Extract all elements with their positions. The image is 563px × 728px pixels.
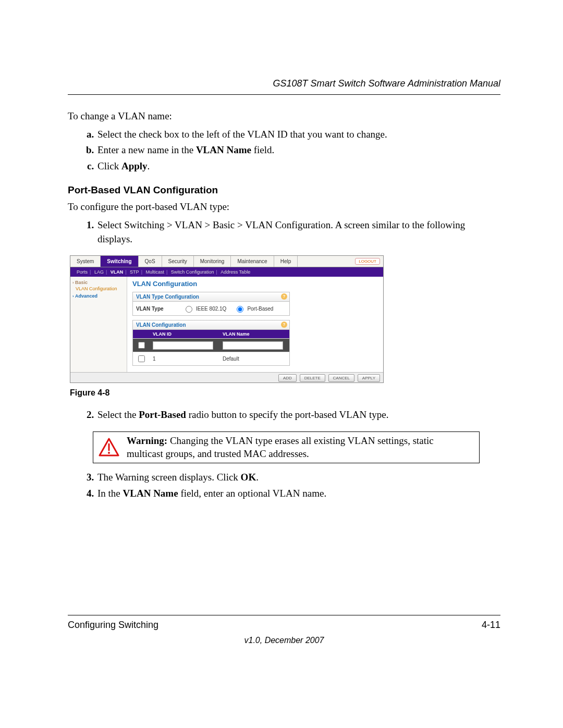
section-heading: Port-Based VLAN Configuration xyxy=(68,184,500,196)
step-2-bold: Port-Based xyxy=(139,409,186,420)
table-row: 1 Default xyxy=(133,352,289,366)
step-c-post: . xyxy=(148,161,150,171)
step-4-post: field, enter an optional VLAN name. xyxy=(178,488,327,499)
footer-left: Configuring Switching xyxy=(68,620,158,631)
add-button[interactable]: ADD xyxy=(278,374,297,382)
cell-vlan-name: Default xyxy=(219,352,289,366)
delete-button[interactable]: DELETE xyxy=(300,374,325,382)
vlan-type-panel-title: VLAN Type Configuration xyxy=(136,294,199,300)
lettered-steps: Select the check box to the left of the … xyxy=(68,128,500,174)
tab-system[interactable]: System xyxy=(70,256,101,267)
sidebar-item-vlan-config[interactable]: VLAN Configuration xyxy=(76,286,125,291)
vlan-config-panel-title: VLAN Configuration xyxy=(136,322,186,328)
warning-text: Warning: Changing the VLAN type erases a… xyxy=(127,434,434,461)
intro-text-1: To change a VLAN name: xyxy=(68,109,500,124)
tab-monitoring[interactable]: Monitoring xyxy=(194,256,231,267)
subtab-switch-config[interactable]: Switch Configuration xyxy=(171,269,214,275)
tab-maintenance[interactable]: Maintenance xyxy=(231,256,274,267)
numbered-steps-2: Select the Port-Based radio button to sp… xyxy=(68,408,500,422)
main-panel: VLAN Configuration VLAN Type Configurati… xyxy=(127,277,383,372)
step-1: Select Switching > VLAN > Basic > VLAN C… xyxy=(96,218,500,246)
step-3-pre: The Warning screen displays. Click xyxy=(97,472,241,483)
vlan-table: VLAN ID VLAN Name 1 Default xyxy=(133,330,289,365)
subtab-vlan[interactable]: VLAN xyxy=(111,269,124,275)
tab-qos[interactable]: QoS xyxy=(139,256,162,267)
tab-security[interactable]: Security xyxy=(162,256,194,267)
step-2-post: radio button to specify the port-based V… xyxy=(186,409,389,420)
apply-button[interactable]: APPLY xyxy=(358,374,380,382)
warning-label: Warning: xyxy=(127,435,167,446)
cancel-button[interactable]: CANCEL xyxy=(328,374,354,382)
radio-port-based-label: Port-Based xyxy=(247,306,273,312)
numbered-steps: Select Switching > VLAN > Basic > VLAN C… xyxy=(68,218,500,246)
subtab-ports[interactable]: Ports xyxy=(77,269,88,275)
vlan-config-panel: VLAN Configuration ? VLAN ID VLAN Name xyxy=(132,320,290,366)
step-c-bold: Apply xyxy=(121,161,148,171)
screenshot-vlan-config: System Switching QoS Security Monitoring… xyxy=(70,255,384,383)
step-4-bold: VLAN Name xyxy=(123,488,178,499)
step-b-pre: Enter a new name in the xyxy=(97,144,196,155)
vlan-type-panel-header: VLAN Type Configuration ? xyxy=(133,292,289,302)
col-vlan-id: VLAN ID xyxy=(150,330,219,339)
radio-port-based[interactable] xyxy=(237,306,243,313)
step-b-post: field. xyxy=(251,144,274,155)
sub-tabbar: Ports| LAG| VLAN| STP| Multicast| Switch… xyxy=(70,267,383,277)
cell-vlan-id: 1 xyxy=(150,352,219,366)
top-tabbar: System Switching QoS Security Monitoring… xyxy=(70,256,383,267)
sidebar-advanced[interactable]: Advanced xyxy=(72,293,125,299)
numbered-steps-3: The Warning screen displays. Click OK. I… xyxy=(68,471,500,500)
subtab-lag[interactable]: LAG xyxy=(94,269,104,275)
step-2: Select the Port-Based radio button to sp… xyxy=(96,408,500,422)
help-icon[interactable]: ? xyxy=(281,293,287,300)
sidebar-basic[interactable]: Basic xyxy=(72,280,125,285)
step-4: In the VLAN Name field, enter an optiona… xyxy=(96,487,500,501)
page-footer: Configuring Switching 4-11 xyxy=(68,615,500,631)
button-bar: ADD DELETE CANCEL APPLY xyxy=(70,372,383,382)
step-c-pre: Click xyxy=(97,161,121,171)
vlan-name-input[interactable] xyxy=(223,341,283,350)
step-c: Click Apply. xyxy=(96,159,500,174)
tab-spacer xyxy=(298,256,355,267)
help-icon[interactable]: ? xyxy=(281,322,287,328)
radio-ieee8021q-label: IEEE 802.1Q xyxy=(196,306,226,312)
radio-ieee8021q[interactable] xyxy=(186,306,192,313)
warning-line1: Changing the VLAN type erases all existi… xyxy=(167,435,434,446)
warning-icon xyxy=(99,438,119,456)
warning-line2: multicast groups, and trusted MAC addres… xyxy=(127,448,309,459)
step-a: Select the check box to the left of the … xyxy=(96,128,500,142)
step-3-bold: OK xyxy=(241,472,256,483)
step-2-pre: Select the xyxy=(97,409,139,420)
logout-button[interactable]: LOGOUT xyxy=(355,258,380,265)
step-3-post: . xyxy=(256,472,259,483)
intro-text-2: To configure the port-based VLAN type: xyxy=(68,200,500,214)
step-b-bold: VLAN Name xyxy=(196,144,251,155)
figure-caption: Figure 4-8 xyxy=(70,388,500,398)
vlan-type-panel: VLAN Type Configuration ? VLAN Type IEEE… xyxy=(132,292,290,316)
col-check xyxy=(133,330,150,339)
version-line: v1.0, December 2007 xyxy=(68,636,500,645)
subtab-stp[interactable]: STP xyxy=(130,269,139,275)
tab-switching[interactable]: Switching xyxy=(101,256,138,267)
svg-point-2 xyxy=(108,452,110,454)
subtab-multicast[interactable]: Multicast xyxy=(145,269,164,275)
sidebar: Basic VLAN Configuration Advanced xyxy=(70,277,127,372)
footer-right: 4-11 xyxy=(482,620,500,631)
row-check[interactable] xyxy=(138,355,145,362)
step-3: The Warning screen displays. Click OK. xyxy=(96,471,500,485)
check-all[interactable] xyxy=(138,342,145,349)
subtab-address-table[interactable]: Address Table xyxy=(221,269,250,275)
col-vlan-name: VLAN Name xyxy=(219,330,289,339)
vlan-type-label: VLAN Type xyxy=(136,306,183,312)
doc-header: GS108T Smart Switch Software Administrat… xyxy=(68,78,500,95)
step-4-pre: In the xyxy=(97,488,123,499)
vlan-id-input[interactable] xyxy=(153,341,213,350)
step-b: Enter a new name in the VLAN Name field. xyxy=(96,143,500,157)
warning-box: Warning: Changing the VLAN type erases a… xyxy=(93,431,480,463)
page-title: VLAN Configuration xyxy=(132,280,378,288)
table-input-row xyxy=(133,339,289,352)
tab-help[interactable]: Help xyxy=(274,256,298,267)
